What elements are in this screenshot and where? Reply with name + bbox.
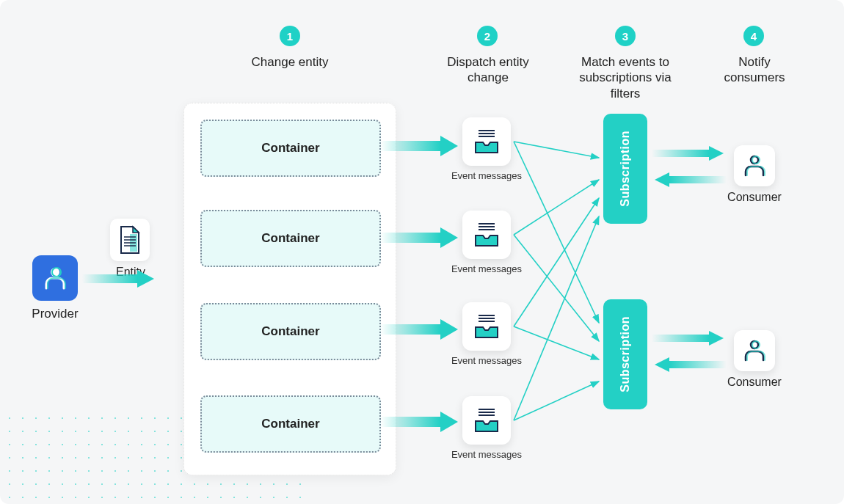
subscription-box: Subscription (603, 114, 647, 224)
provider-label: Provider (23, 307, 87, 321)
inbox-icon (471, 126, 502, 157)
inbox-icon (471, 405, 502, 436)
svg-line-36 (514, 216, 599, 420)
svg-line-40 (514, 381, 599, 420)
step-label-4: Notify consumers (710, 54, 798, 86)
arrow-sub-to-consumer-1 (652, 146, 724, 161)
step-label-3: Match events to subscriptions via filter… (565, 54, 685, 101)
event-messages-label: Event messages (439, 170, 534, 181)
step-label-1: Change entity (235, 54, 345, 70)
event-messages-label: Event messages (439, 355, 534, 366)
svg-marker-28 (440, 227, 458, 248)
svg-line-37 (514, 142, 599, 323)
consumer-icon (734, 145, 775, 186)
event-messages-label: Event messages (439, 263, 534, 274)
inbox-icon (471, 219, 502, 250)
event-messages-card (462, 117, 511, 166)
svg-rect-47 (669, 361, 727, 368)
step-label-2: Dispatch entity change (433, 54, 543, 86)
person-icon (742, 153, 767, 178)
svg-line-38 (514, 235, 599, 341)
step-badge-1: 1 (280, 26, 300, 46)
event-messages-card (462, 211, 511, 259)
svg-line-35 (514, 198, 599, 326)
container-item: Container (200, 120, 381, 177)
consumer-label: Consumer (718, 191, 791, 204)
subscription-box: Subscription (603, 299, 647, 409)
provider-icon (32, 255, 78, 301)
container-group: Container Container Container Container (183, 103, 396, 475)
svg-marker-30 (440, 319, 458, 340)
event-to-subscription-lines (514, 142, 599, 420)
svg-marker-32 (440, 412, 458, 432)
svg-marker-42 (709, 146, 724, 161)
svg-marker-48 (655, 357, 669, 372)
svg-marker-26 (440, 136, 458, 156)
svg-line-33 (514, 142, 599, 158)
inbox-icon (471, 311, 502, 342)
svg-rect-41 (652, 150, 709, 157)
svg-line-34 (514, 180, 599, 235)
svg-rect-45 (652, 335, 709, 342)
arrow-consumer-to-sub-1 (655, 172, 727, 187)
entity-icon (110, 219, 150, 261)
svg-marker-44 (655, 172, 669, 187)
svg-rect-43 (669, 176, 727, 183)
subscription-label: Subscription (619, 316, 632, 392)
entity-label: Entity (109, 266, 153, 279)
step-badge-4: 4 (743, 26, 764, 46)
arrow-sub-to-consumer-2 (652, 331, 724, 346)
container-item: Container (200, 395, 381, 453)
svg-marker-46 (709, 331, 724, 346)
arrow-consumer-to-sub-2 (655, 357, 727, 372)
subscription-label: Subscription (619, 131, 632, 207)
document-icon (118, 225, 142, 255)
person-icon (742, 338, 767, 363)
step-badge-2: 2 (477, 26, 498, 46)
container-item: Container (200, 210, 381, 267)
consumer-label: Consumer (718, 376, 791, 389)
diagram-canvas: 1 Change entity 2 Dispatch entity change… (0, 0, 844, 504)
step-badge-3: 3 (615, 26, 636, 46)
container-item: Container (200, 303, 381, 360)
consumer-icon (734, 330, 775, 371)
event-messages-card (462, 396, 511, 445)
event-messages-card (462, 302, 511, 351)
event-messages-label: Event messages (439, 449, 534, 460)
person-icon (42, 265, 68, 291)
